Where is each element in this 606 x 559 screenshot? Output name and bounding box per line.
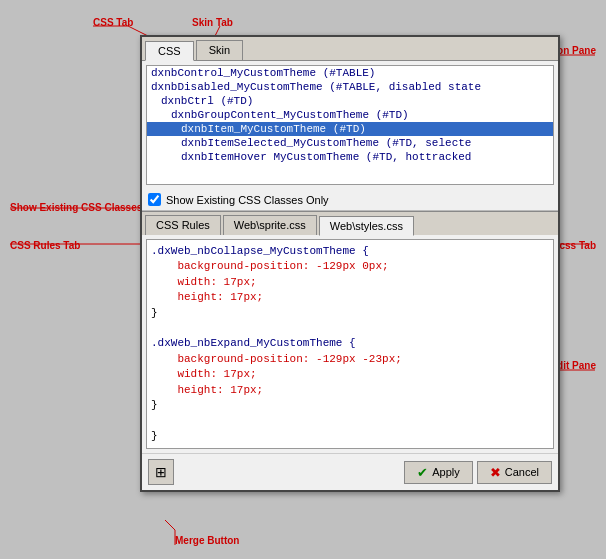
selector-item-6[interactable]: dxnbItemHover MyCustomTheme (#TD, hottra…: [147, 150, 553, 164]
selector-item-0[interactable]: dxnbControl_MyCustomTheme (#TABLE): [147, 66, 553, 80]
css-line-6: .dxWeb_nbExpand_MyCustomTheme {: [151, 336, 549, 351]
footer: ⊞ ✔ Apply ✖ Cancel: [142, 453, 558, 490]
css-line-3: height: 17px;: [151, 290, 549, 305]
css-line-1: background-position: -129px 0px;: [151, 259, 549, 274]
css-line-10: }: [151, 398, 549, 413]
svg-line-19: [165, 520, 175, 530]
annotation-css-rules-tab: CSS Rules Tab: [10, 240, 80, 251]
css-line-12: }: [151, 429, 549, 444]
main-dialog: CSS Skin dxnbControl_MyCustomTheme (#TAB…: [140, 35, 560, 492]
tab-sprite-css[interactable]: Web\sprite.css: [223, 215, 317, 235]
css-edit-pane[interactable]: .dxWeb_nbCollapse_MyCustomTheme { backgr…: [146, 239, 554, 449]
cancel-button[interactable]: ✖ Cancel: [477, 461, 552, 484]
cancel-label: Cancel: [505, 466, 539, 478]
selector-navigation-pane[interactable]: dxnbControl_MyCustomTheme (#TABLE) dxnbD…: [146, 65, 554, 185]
tab-skin[interactable]: Skin: [196, 40, 243, 60]
show-existing-label: Show Existing CSS Classes Only: [166, 194, 329, 206]
merge-button[interactable]: ⊞: [148, 459, 174, 485]
apply-icon: ✔: [417, 465, 428, 480]
css-line-2: width: 17px;: [151, 275, 549, 290]
top-tab-bar: CSS Skin: [142, 37, 558, 61]
merge-icon: ⊞: [155, 464, 167, 480]
selector-item-5[interactable]: dxnbItemSelected_MyCustomTheme (#TD, sel…: [147, 136, 553, 150]
selector-item-1[interactable]: dxnbDisabled_MyCustomTheme (#TABLE, disa…: [147, 80, 553, 94]
selector-item-3[interactable]: dxnbGroupContent_MyCustomTheme (#TD): [147, 108, 553, 122]
css-line-7: background-position: -129px -23px;: [151, 352, 549, 367]
cancel-icon: ✖: [490, 465, 501, 480]
show-existing-checkbox[interactable]: [148, 193, 161, 206]
css-line-9: height: 17px;: [151, 383, 549, 398]
css-line-5: [151, 321, 549, 336]
tab-css-rules[interactable]: CSS Rules: [145, 215, 221, 235]
selector-item-2[interactable]: dxnbCtrl (#TD): [147, 94, 553, 108]
annotation-css-tab: CSS Tab: [93, 17, 133, 28]
apply-label: Apply: [432, 466, 460, 478]
css-line-0: .dxWeb_nbCollapse_MyCustomTheme {: [151, 244, 549, 259]
selector-item-4[interactable]: dxnbItem_MyCustomTheme (#TD): [147, 122, 553, 136]
annotation-merge-btn: Merge Button: [175, 535, 239, 546]
tab-styles-css[interactable]: Web\styles.css: [319, 216, 414, 236]
bottom-tab-bar: CSS Rules Web\sprite.css Web\styles.css: [142, 211, 558, 235]
css-line-8: width: 17px;: [151, 367, 549, 382]
css-line-4: }: [151, 306, 549, 321]
apply-button[interactable]: ✔ Apply: [404, 461, 473, 484]
annotation-skin-tab: Skin Tab: [192, 17, 233, 28]
tab-css[interactable]: CSS: [145, 41, 194, 61]
annotation-show-existing: Show Existing CSS Classes: [10, 202, 142, 213]
css-line-11: [151, 413, 549, 428]
checkbox-row: Show Existing CSS Classes Only: [142, 189, 558, 211]
